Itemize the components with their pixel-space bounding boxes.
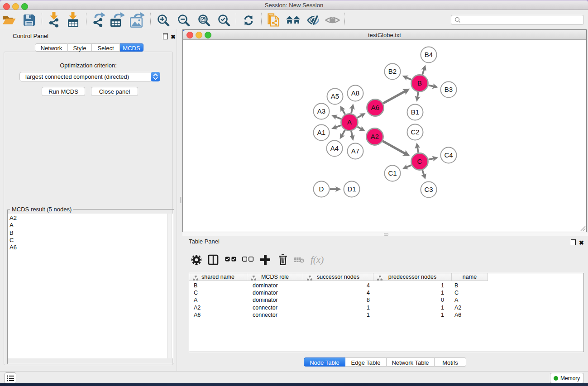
svg-text:A2: A2	[371, 133, 379, 140]
svg-text:B2: B2	[388, 67, 397, 75]
svg-text:B: B	[417, 79, 422, 87]
svg-text:C4: C4	[444, 151, 453, 159]
svg-text:C1: C1	[388, 169, 397, 177]
svg-text:B4: B4	[425, 51, 433, 58]
svg-text:B3: B3	[445, 86, 453, 93]
svg-text:A7: A7	[351, 147, 359, 155]
svg-text:A6: A6	[371, 104, 379, 111]
svg-text:A8: A8	[351, 89, 359, 97]
svg-text:B1: B1	[411, 108, 419, 116]
svg-text:A3: A3	[317, 107, 325, 115]
svg-text:C2: C2	[411, 128, 419, 136]
svg-text:A: A	[347, 118, 352, 126]
svg-text:A4: A4	[330, 144, 339, 152]
svg-text:A1: A1	[317, 129, 325, 136]
svg-text:C3: C3	[424, 186, 433, 193]
svg-text:A5: A5	[331, 92, 339, 100]
svg-text:D1: D1	[347, 185, 356, 193]
svg-text:D: D	[319, 185, 324, 193]
svg-text:C: C	[417, 157, 422, 165]
